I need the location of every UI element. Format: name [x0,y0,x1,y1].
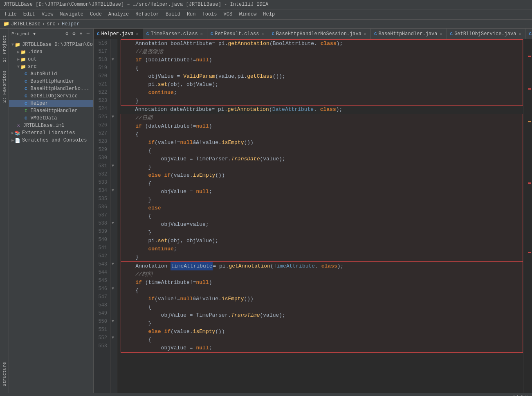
menu-item-help[interactable]: Help [260,10,278,18]
tree-item-iml[interactable]: X JRTBLLBase.iml [9,122,93,129]
code-line-535: } [123,196,521,204]
tree-label-getbllobjservice: GetBllObjService [31,93,78,99]
code-line-525: //日期 [123,114,521,122]
favorites-tab[interactable]: 2: Favorites [1,67,8,106]
tab-label-timeparser: TimeParser.class [150,31,198,37]
tab-basehttp[interactable]: C BaseHttpHandler.java ✕ [371,29,447,39]
code-area[interactable]: Annotation boolAttribute= pi.getAnnotati… [117,39,523,393]
tree-label-basehttphandlerno: BaseHttpHandlerNo... [31,86,90,92]
menu-item-vcs[interactable]: VCS [220,10,236,18]
code-line-528: if(value!=null&&!value.isEmpty()) [123,139,521,147]
code-line-527: { [123,130,521,139]
menu-item-build[interactable]: Build [162,10,184,18]
structure-tab-left[interactable]: Structure [1,357,8,391]
code-line-548: { [123,303,521,311]
tab-close-retresult[interactable]: ✕ [260,32,265,36]
main-layout: 1: Project 2: Favorites Structure Projec… [0,29,532,393]
code-line-532: else if(value.isEmpty()) [123,171,521,180]
tab-autobuild[interactable]: C AutoBuild.java ✕ [525,29,532,39]
breadcrumb-item-1[interactable]: JRTBLLBase [11,21,40,27]
tree-item-basehttphandlerno[interactable]: C BaseHttpHandlerNo... [9,85,93,92]
project-tab[interactable]: 1: Project [1,30,8,67]
code-line-551: else if(value.isEmpty()) [123,328,521,336]
code-line-547: if(value!=null&&!value.isEmpty()) [123,295,521,303]
tree-label-extlibs: External Libraries [22,130,75,136]
code-line-534: objValue = null; [123,188,521,196]
code-line-545: if (timeAttribute!=null) [123,279,521,287]
status-right: CSDN @小鱼儿 [499,394,529,396]
tree-label-vmgetdata: VMGetData [31,115,57,121]
tree-label-root: JRTBLLBase D:\JRTPlan\Co... [22,42,93,47]
tree-item-getbllobjservice[interactable]: C GetBllObjService [9,92,93,100]
menu-item-window[interactable]: Window [236,10,260,18]
menu-item-code[interactable]: Code [87,10,105,18]
code-line-550: } [123,320,521,328]
code-line-530: objValue = TimeParser.TransDate(value); [123,155,521,163]
tab-close-getbll[interactable]: ✕ [518,32,522,36]
tab-label-retresult: RetResult.class [215,31,259,37]
code-line-538: objValue=value; [123,220,521,229]
menu-item-view[interactable]: View [38,10,57,18]
tree-label-helper: Helper [31,101,48,106]
code-line-523: } [123,97,521,105]
breadcrumb-item-2[interactable]: src [47,21,56,27]
tab-close-basehttp[interactable]: ✕ [439,32,443,36]
menu-item-run[interactable]: Run [184,10,199,18]
breadcrumb-item-3[interactable]: Helper [62,21,79,27]
sync-icon[interactable]: ⊙ [64,30,70,37]
tab-close-basehttpno[interactable]: ✕ [363,32,367,36]
breadcrumb-sep: › [42,21,45,27]
tab-close-helper[interactable]: ✕ [135,32,139,36]
tree-item-idea[interactable]: ▶ 📁 .idea [9,48,93,56]
project-sidebar: Project ▼ ⊙ ⚙ + — ▼ 📁 JRTBLLBase D:\JRTP… [9,29,94,393]
tree-item-scratches[interactable]: ▶ 📄 Scratches and Consoles [9,137,93,144]
tab-close-timeparser[interactable]: ✕ [200,32,204,36]
code-line-552: { [123,336,521,344]
tab-getbll[interactable]: C GetBllObjService.java ✕ [447,29,526,39]
tree-label-scratches: Scratches and Consoles [22,137,87,143]
code-line-524: Annotation dateAttribute= pi.getAnnotati… [121,106,523,114]
tree-item-ibasehttphandler[interactable]: I IBaseHttpHandler [9,107,93,115]
tab-retresult[interactable]: C RetResult.class ✕ [207,29,269,39]
editor-body: 516 517 518 519 520 521 522 523 524 525 … [94,39,532,393]
code-line-540: pi.set(obj, objValue); [123,237,521,245]
menu-item-analyze[interactable]: Analyze [105,10,132,18]
tab-label-basehttp: BaseHttpHandler.java [378,31,437,37]
tree-item-helper[interactable]: C Helper [9,100,93,107]
tree-label-out: out [28,56,37,62]
tree-item-out[interactable]: ▶ 📁 out [9,56,93,63]
code-line-531: } [123,163,521,171]
tree-item-vmgetdata[interactable]: C VMGetData [9,115,93,122]
tree-item-basehttphandler[interactable]: C BaseHttpHandler [9,78,93,85]
sidebar-title: Project ▼ [11,32,63,36]
menu-item-navigate[interactable]: Navigate [56,10,87,18]
menu-item-tools[interactable]: Tools [199,10,220,18]
tab-basehttpno[interactable]: C BaseHttpHandlerNoSession.java ✕ [268,29,370,39]
tab-label-helper: Helper.java [101,31,134,37]
menu-item-edit[interactable]: Edit [20,10,38,18]
title-bar: JRTBLLBase [D:\JRTPlan\Common\JRTBLLBase… [0,0,532,9]
tree-item-root[interactable]: ▼ 📁 JRTBLLBase D:\JRTPlan\Co... [9,41,93,48]
code-line-518: if (boolAttribute!=null) [123,56,521,64]
tree-label-autobuild: AutoBuild [31,71,57,77]
tab-label-basehttpno: BaseHttpHandlerNoSession.java [276,31,361,37]
gutter: ▼ ▼ ▼ ▼ ▼ ▼ ▼ ▼ ▼ [111,39,117,393]
tab-timeparser[interactable]: C TimeParser.class ✕ [143,29,207,39]
tree-item-extlibs[interactable]: ▶ 📚 External Libraries [9,129,93,137]
menu-item-refactor[interactable]: Refactor [132,10,162,18]
tree-item-autobuild[interactable]: C AutoBuild [9,70,93,78]
code-line-533: { [123,180,521,188]
code-line-529: { [123,147,521,155]
menu-item-file[interactable]: File [2,10,20,18]
settings-icon[interactable]: ⚙ [71,30,76,37]
code-line-549: objValue = TimeParser.TransTime(value); [123,311,521,320]
code-line-544: //时间 [123,270,521,279]
tree-item-src[interactable]: ▼ 📁 src [9,63,93,70]
collapse-icon[interactable]: — [85,31,91,37]
line-numbers: 516 517 518 519 520 521 522 523 524 525 … [94,39,111,393]
expand-icon[interactable]: + [79,31,84,37]
tab-helper[interactable]: C Helper.java ✕ [94,29,143,39]
code-line-536: else [123,204,521,212]
code-line-542: } [123,253,521,261]
tree-label-ibasehttphandler: IBaseHttpHandler [31,108,78,114]
